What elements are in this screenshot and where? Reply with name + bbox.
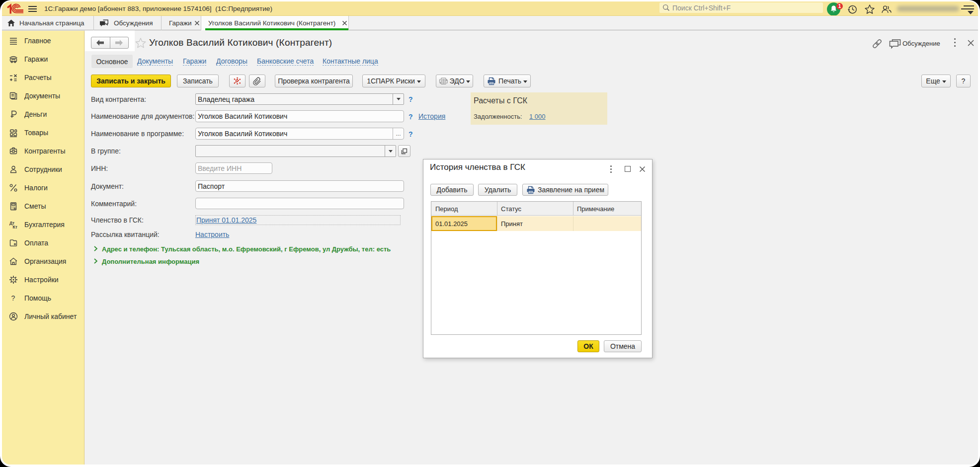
svg-text:Кт: Кт [13, 225, 17, 230]
svg-text:?: ? [11, 294, 15, 302]
